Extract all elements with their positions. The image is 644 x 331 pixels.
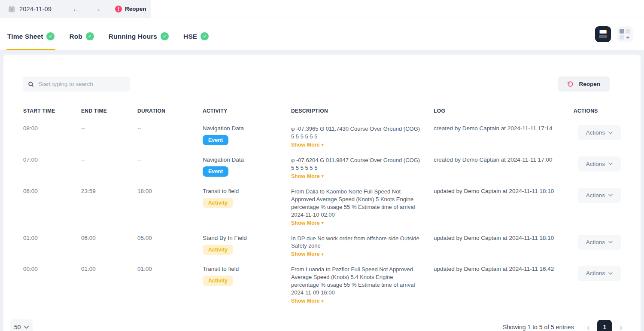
tab[interactable]: Time Sheet ✓ [6,21,55,50]
end-time-cell: -- [81,156,137,163]
activity-name: Navigation Data [203,156,283,163]
activity-name: Transit to field [203,266,283,272]
end-time-cell: -- [81,125,137,132]
show-more-label: Show More [291,298,320,304]
description-cell: In DP due No work order from offshore si… [291,235,434,257]
duration-cell: 18:00 [137,188,203,194]
tab[interactable]: Running Hours ✓ [108,21,170,50]
description-text: φ -07.3965 G 011.7430 Course Over Ground… [291,125,426,141]
caret-down-icon: ▾ [322,252,324,257]
actions-button[interactable]: Actions [578,188,621,203]
arrow-right-icon: → [93,4,101,13]
search-icon [28,81,34,88]
show-more-label: Show More [291,142,320,148]
next-page-button[interactable]: › [618,323,624,331]
show-more-label: Show More [291,173,320,179]
actions-button[interactable]: Actions [578,125,621,140]
chevron-right-icon: › [620,322,623,331]
description-cell: From Luanda to Pazflor Full Speed Not Ap… [291,266,434,304]
table-row: 01:00 06:00 05:00 Stand By In Field Acti… [23,235,621,257]
actions-button[interactable]: Actions [578,156,621,172]
tab[interactable]: Rob ✓ [68,21,94,50]
show-more-link[interactable]: Show More ▾ [291,142,324,148]
start-time-cell: 07:00 [23,156,81,163]
caret-down-icon: ▾ [322,299,324,303]
date-navigation-group: 2024-11-09 ← → ! Reopen [0,0,151,18]
show-more-link[interactable]: Show More ▾ [291,298,324,304]
chevron-down-icon [608,194,613,196]
timesheet-table: START TIME END TIME DURATION ACTIVITY DE… [3,92,641,313]
tabs: Time Sheet ✓ Rob ✓ Running Hours ✓ HSE ✓ [6,18,210,50]
arrow-left-icon: ← [72,4,80,13]
tab-bar: Time Sheet ✓ Rob ✓ Running Hours ✓ HSE ✓… [0,18,644,50]
description-cell: From Dalia to Kaombo Norte Full Speed No… [291,188,434,226]
search-input[interactable] [38,81,125,87]
start-time-cell: 00:00 [23,266,81,272]
table-body: 08:00 -- -- Navigation Data Event φ -07.… [23,125,621,304]
table-row: 08:00 -- -- Navigation Data Event φ -07.… [23,125,621,148]
column-header-description: DESCRIPTION [291,108,434,114]
description-text: φ -07.6204 G 011.9847 Course Over Ground… [291,156,426,172]
actions-cell: Actions [574,125,621,140]
actions-cell: Actions [574,156,621,172]
current-page-button[interactable]: 1 [597,320,612,331]
show-more-label: Show More [291,251,320,257]
tab[interactable]: HSE ✓ [182,21,210,50]
activity-type-badge: Activity [203,276,233,286]
duration-cell: 01:00 [137,266,203,272]
log-cell: updated by Demo Captain at 2024-11-11 16… [434,266,574,272]
date-picker[interactable]: 2024-11-09 [0,5,64,13]
check-circle-icon: ✓ [161,32,169,40]
chevron-down-icon [608,132,613,134]
activity-name: Transit to field [203,188,283,194]
previous-day-button[interactable]: ← [70,4,83,14]
actions-button[interactable]: Actions [578,235,621,250]
next-day-button[interactable]: → [91,4,104,14]
view-toggle-group: + [595,26,633,42]
add-widget-button[interactable]: + [617,26,633,42]
description-text: From Dalia to Kaombo Norte Full Speed No… [291,188,426,219]
table-row: 00:00 01:00 01:00 Transit to field Activ… [23,266,621,304]
reopen-button-label: Reopen [579,81,600,87]
start-time-cell: 08:00 [23,125,81,132]
column-header-start-time: START TIME [23,108,81,114]
tab-label: Running Hours [109,33,157,40]
actions-button[interactable]: Actions [578,266,621,281]
card-footer: 50 Showing 1 to 5 of 5 entries ‹ 1 › [3,313,641,331]
page-size-select[interactable]: 50 [10,319,33,331]
top-bar: 2024-11-09 ← → ! Reopen [0,0,644,18]
actions-cell: Actions [574,266,621,281]
caret-down-icon: ▾ [322,142,324,147]
day-status-badge: ! Reopen [115,6,146,12]
table-row: 07:00 -- -- Navigation Data Event φ -07.… [23,156,621,179]
check-circle-icon: ✓ [200,32,209,40]
actions-cell: Actions [574,235,621,250]
activity-type-badge: Activity [203,245,233,255]
column-header-actions: ACTIONS [574,108,621,114]
show-more-link[interactable]: Show More ▾ [291,173,324,179]
selected-date: 2024-11-09 [19,6,52,12]
previous-page-button[interactable]: ‹ [585,323,592,331]
check-circle-icon: ✓ [86,32,94,40]
activity-cell: Navigation Data Event [203,125,291,145]
show-more-link[interactable]: Show More ▾ [291,251,324,257]
timesheet-card: Reopen START TIME END TIME DURATION ACTI… [3,55,641,331]
reopen-button[interactable]: Reopen [558,77,610,92]
chevron-left-icon: ‹ [587,322,590,331]
caret-down-icon: ▾ [322,174,324,178]
pagination: Showing 1 to 5 of 5 entries ‹ 1 › [503,320,624,331]
chevron-down-icon [608,241,613,243]
activity-cell: Transit to field Activity [203,266,291,286]
activity-cell: Transit to field Activity [203,188,291,208]
show-more-link[interactable]: Show More ▾ [291,220,324,226]
table-header-row: START TIME END TIME DURATION ACTIVITY DE… [23,108,621,114]
list-view-button[interactable] [595,26,611,42]
activity-cell: Stand By In Field Activity [203,235,291,255]
description-text: In DP due No work order from offshore si… [291,235,426,250]
activity-name: Navigation Data [203,125,283,132]
end-time-cell: 23:59 [81,188,137,194]
actions-cell: Actions [574,188,621,203]
activity-type-badge: Activity [203,198,233,208]
column-header-log: LOG [434,108,574,114]
card-toolbar: Reopen [3,55,641,92]
